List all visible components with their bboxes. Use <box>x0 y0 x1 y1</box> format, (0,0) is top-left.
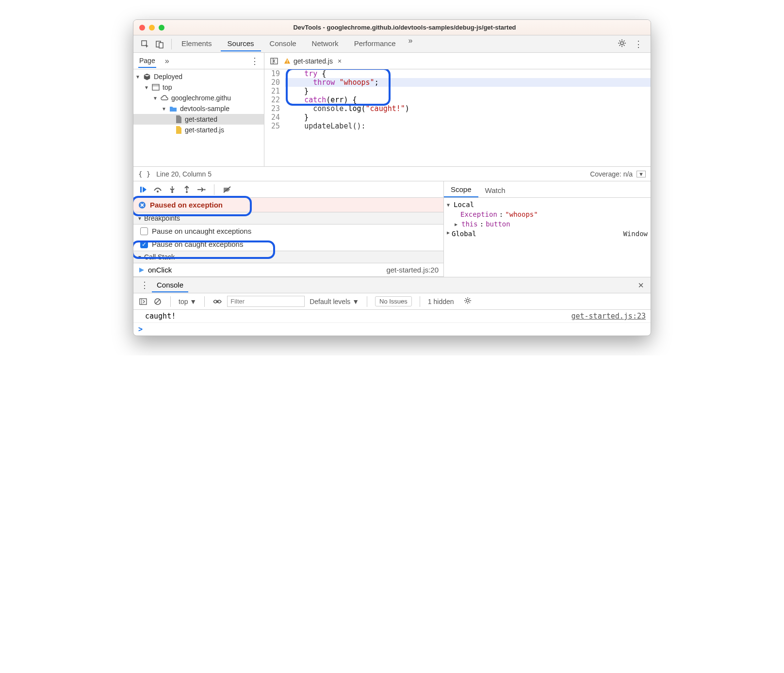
coverage-dropdown-icon[interactable]: ▼ <box>637 171 646 177</box>
scope-global[interactable]: ▶GlobalWindow <box>447 229 648 239</box>
window-title: DevTools - googlechrome.github.io/devtoo… <box>164 24 645 31</box>
step-out-button[interactable] <box>182 185 192 194</box>
console-prompt[interactable]: > <box>133 323 651 336</box>
file-tab[interactable]: get-started.js × <box>284 57 342 65</box>
settings-gear-icon[interactable] <box>615 39 629 49</box>
tree-file-html[interactable]: get-started <box>133 114 264 125</box>
pause-uncaught-checkbox-row[interactable]: Pause on uncaught exceptions <box>133 224 443 238</box>
console-log-message: caught! <box>145 312 176 320</box>
tab-sources[interactable]: Sources <box>221 36 261 51</box>
line-number[interactable]: 21 <box>264 87 285 96</box>
watch-tab[interactable]: Watch <box>478 183 512 197</box>
close-window-button[interactable] <box>139 25 145 31</box>
debug-controls <box>133 181 443 198</box>
svg-point-15 <box>186 191 188 193</box>
scope-tab[interactable]: Scope <box>444 182 478 197</box>
clear-console-icon[interactable] <box>153 297 163 306</box>
context-selector[interactable]: top ▼ <box>179 298 196 305</box>
warning-icon <box>284 58 291 64</box>
panel-tabs: Elements Sources Console Network Perform… <box>175 36 615 51</box>
zoom-window-button[interactable] <box>159 25 164 31</box>
log-levels-selector[interactable]: Default levels ▼ <box>310 298 359 305</box>
pause-uncaught-checkbox[interactable] <box>140 227 148 235</box>
devtools-window: DevTools - googlechrome.github.io/devtoo… <box>133 19 651 336</box>
svg-rect-2 <box>159 43 163 48</box>
tree-domain[interactable]: ▼googlechrome.githu <box>133 93 264 103</box>
tree-folder[interactable]: ▼devtools-sample <box>133 103 264 114</box>
svg-rect-4 <box>271 58 278 64</box>
svg-rect-6 <box>287 60 287 62</box>
traffic-lights <box>139 25 164 31</box>
document-icon <box>175 115 182 123</box>
debugger-area: Paused on exception ▼Breakpoints Pause o… <box>133 181 651 277</box>
drawer-console-tab[interactable]: Console <box>152 278 188 292</box>
callstack-frame[interactable]: onClick get-started.js:20 <box>133 263 443 277</box>
svg-rect-8 <box>152 84 159 90</box>
separator <box>204 296 205 307</box>
tab-network[interactable]: Network <box>305 36 345 51</box>
pause-uncaught-label: Pause on uncaught exceptions <box>152 227 251 235</box>
live-expression-icon[interactable] <box>212 297 222 306</box>
sidebar-overflow-icon[interactable]: » <box>161 57 173 65</box>
tabs-overflow-icon[interactable]: » <box>405 36 417 51</box>
hidden-count[interactable]: 1 hidden <box>428 298 454 305</box>
console-filter-input[interactable] <box>227 296 305 307</box>
folder-icon <box>169 105 177 112</box>
cloud-icon <box>161 95 168 101</box>
coverage-label: Coverage: n/a <box>590 170 633 178</box>
console-log-row[interactable]: caught! get-started.js:23 <box>133 310 651 323</box>
minimize-window-button[interactable] <box>149 25 155 31</box>
box-icon <box>143 73 151 80</box>
console-log-source[interactable]: get-started.js:23 <box>571 312 646 320</box>
tree-top[interactable]: ▼top <box>133 82 264 93</box>
scope-watch-tabs: Scope Watch <box>444 181 651 198</box>
step-button[interactable] <box>196 185 206 194</box>
tab-elements[interactable]: Elements <box>175 36 219 51</box>
cursor-position: Line 20, Column 5 <box>156 170 212 178</box>
console-settings-icon[interactable] <box>461 297 474 306</box>
deactivate-breakpoints-button[interactable] <box>222 185 232 194</box>
line-number[interactable]: 23 <box>264 104 285 113</box>
resume-button[interactable] <box>138 185 148 194</box>
file-tree: ▼Deployed ▼top ▼googlechrome.githu ▼devt… <box>133 69 264 166</box>
step-over-button[interactable] <box>153 185 163 194</box>
step-into-button[interactable] <box>167 185 177 194</box>
code-line[interactable]: 25 updateLabel(): <box>264 122 651 130</box>
scope-exception[interactable]: Exception: "whoops" <box>447 209 648 219</box>
svg-line-23 <box>156 300 160 304</box>
line-number[interactable]: 20 <box>264 78 285 87</box>
line-number[interactable]: 22 <box>264 96 285 104</box>
pretty-print-icon[interactable]: { } <box>138 170 150 178</box>
code-line[interactable]: 24 } <box>264 113 651 122</box>
console-sidebar-toggle-icon[interactable] <box>138 297 148 306</box>
svg-point-13 <box>171 191 173 193</box>
line-number[interactable]: 25 <box>264 122 285 130</box>
close-tab-icon[interactable]: × <box>338 57 342 65</box>
issues-button[interactable]: No Issues <box>375 296 412 306</box>
drawer-close-icon[interactable]: × <box>635 280 647 291</box>
page-tab[interactable]: Page <box>138 54 156 68</box>
scope-local[interactable]: ▼Local <box>447 200 648 209</box>
code-content: updateLabel(): <box>285 122 651 130</box>
line-number[interactable]: 19 <box>264 69 285 78</box>
current-frame-icon <box>138 267 145 273</box>
scope-this[interactable]: ▶this: button <box>447 219 648 229</box>
svg-rect-10 <box>140 187 142 192</box>
svg-point-25 <box>466 299 469 302</box>
drawer-menu-icon[interactable]: ⋮ <box>137 280 152 290</box>
annotation-highlight-caught <box>133 240 275 259</box>
device-toggle-icon[interactable] <box>154 38 165 50</box>
separator <box>214 184 214 195</box>
inspect-element-icon[interactable] <box>139 38 151 50</box>
sidebar-menu-icon[interactable]: ⋮ <box>250 56 259 66</box>
tree-deployed[interactable]: ▼Deployed <box>133 71 264 82</box>
tab-console[interactable]: Console <box>263 36 303 51</box>
js-file-icon <box>175 126 182 134</box>
line-number[interactable]: 24 <box>264 113 285 122</box>
separator <box>170 296 171 307</box>
navigator-toggle-icon[interactable] <box>268 55 280 67</box>
tab-performance[interactable]: Performance <box>347 36 403 51</box>
code-editor[interactable]: 19 try {20 throw "whoops";21 }22 catch(e… <box>264 69 651 166</box>
tree-file-js[interactable]: get-started.js <box>133 125 264 135</box>
more-options-icon[interactable]: ⋮ <box>629 39 648 49</box>
